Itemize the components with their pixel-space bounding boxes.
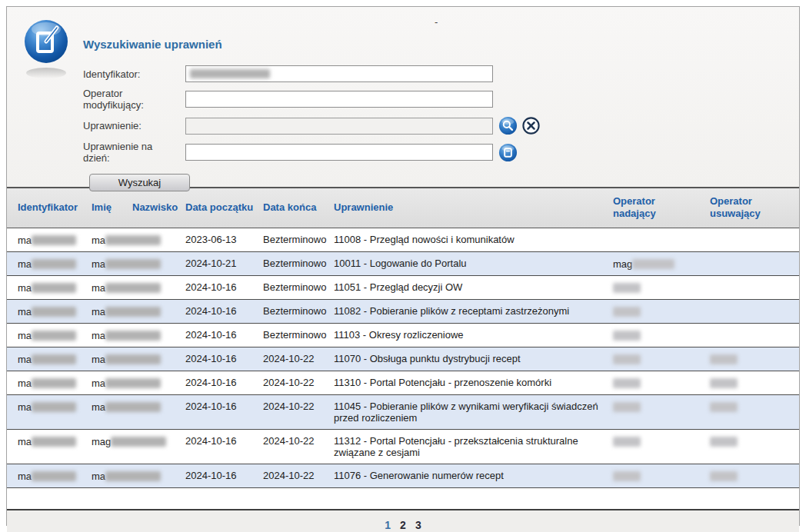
redacted-operator-nadajacy — [613, 283, 641, 293]
col-data-poczatku: Data początku — [185, 188, 263, 228]
col-operator-nadajacy: Operator nadający — [613, 188, 710, 228]
cell-data-poczatku: 2024-10-16 — [185, 394, 263, 429]
col-operator-usuwajacy: Operator usuwający — [710, 188, 799, 228]
table-row: mama2024-10-16Bezterminowo11051 - Przegl… — [7, 275, 799, 299]
operator-modyfikujacy-label: Operator modyfikujący: — [83, 88, 185, 111]
cell-data-poczatku: 2024-10-16 — [185, 371, 263, 394]
cell-data-poczatku: 2024-10-16 — [185, 429, 263, 464]
cell-data-konca: 2024-10-22 — [263, 371, 334, 394]
table-row: mama2024-10-16Bezterminowo11082 - Pobier… — [7, 299, 799, 323]
cell-operator-nadajacy — [613, 371, 710, 394]
cell-operator-nadajacy — [613, 228, 710, 251]
cell-imie-nazwisko: ma — [92, 394, 185, 429]
cell-data-poczatku: 2024-10-16 — [185, 275, 263, 299]
uprawnienie-input[interactable] — [185, 118, 493, 135]
cell-data-konca: Bezterminowo — [263, 299, 334, 323]
search-icon[interactable] — [498, 116, 518, 135]
table-row: mama2024-10-21Bezterminowo10011 - Logowa… — [7, 251, 799, 275]
cell-operator-usuwajacy — [710, 429, 799, 464]
cell-operator-nadajacy — [613, 275, 710, 299]
redacted-imie-nazwisko — [105, 283, 161, 293]
cell-operator-nadajacy — [613, 347, 710, 371]
redacted-imie-nazwisko — [105, 235, 161, 245]
col-imie: Imię — [92, 188, 132, 228]
col-data-konca: Data końca — [263, 188, 334, 228]
cell-operator-usuwajacy — [710, 347, 799, 371]
search-form-section: - — [7, 7, 799, 187]
cell-data-poczatku: 2024-10-16 — [185, 323, 263, 347]
cell-data-poczatku: 2023-06-13 — [185, 228, 263, 251]
cell-operator-usuwajacy — [710, 394, 799, 429]
redacted-operator-usuwajacy — [710, 354, 738, 364]
cell-imie-nazwisko: ma — [92, 299, 185, 323]
redacted-identyfikator — [32, 331, 76, 341]
redacted-operator-usuwajacy — [710, 471, 738, 481]
table-row: mama2024-10-162024-10-2211045 - Pobieran… — [7, 394, 799, 429]
cell-identyfikator: ma — [7, 371, 92, 394]
cell-imie-nazwisko: mag — [92, 429, 185, 464]
clear-icon[interactable] — [521, 116, 541, 135]
cell-data-konca: Bezterminowo — [263, 275, 334, 299]
cell-uprawnienie: 11045 - Pobieranie plików z wynikami wer… — [334, 394, 613, 429]
cell-uprawnienie: 11310 - Portal Potencjału - przenoszenie… — [334, 371, 613, 394]
page-title: Wyszukiwanie uprawnień — [83, 38, 222, 51]
redacted-imie-nazwisko — [105, 259, 161, 269]
cell-data-poczatku: 2024-10-16 — [185, 464, 263, 487]
cell-uprawnienie: 11008 - Przegląd nowości i komunikatów — [334, 228, 613, 251]
cell-identyfikator: ma — [7, 275, 92, 299]
cell-uprawnienie: 11070 - Obsługa punktu dystrybucji recep… — [334, 347, 613, 371]
table-row: mamag2024-10-162024-10-2211312 - Portal … — [7, 429, 799, 464]
col-nazwisko: Nazwisko — [132, 188, 185, 228]
cell-uprawnienie: 11082 - Pobieranie plików z receptami za… — [334, 299, 613, 323]
table-row: mama2023-06-13Bezterminowo11008 - Przegl… — [7, 228, 799, 251]
permissions-table: Identyfikator Imię Nazwisko Data początk… — [7, 187, 799, 488]
cell-data-konca: Bezterminowo — [263, 228, 334, 251]
cell-operator-usuwajacy — [710, 299, 799, 323]
redacted-imie-nazwisko — [105, 331, 161, 341]
cell-imie-nazwisko: ma — [92, 228, 185, 251]
cell-uprawnienie: 10011 - Logowanie do Portalu — [334, 251, 613, 275]
cell-imie-nazwisko: ma — [92, 464, 185, 487]
redacted-operator-nadajacy — [613, 331, 641, 341]
page-link-3[interactable]: 3 — [415, 519, 421, 531]
table-row: mama2024-10-16Bezterminowo11103 - Okresy… — [7, 323, 799, 347]
cell-imie-nazwisko: ma — [92, 347, 185, 371]
table-body: mama2023-06-13Bezterminowo11008 - Przegl… — [7, 228, 799, 488]
cell-operator-nadajacy — [613, 323, 710, 347]
operator-modyfikujacy-input[interactable] — [185, 91, 493, 108]
table-gap — [7, 488, 799, 509]
cell-operator-usuwajacy — [710, 228, 799, 251]
search-button[interactable]: Wyszukaj — [89, 174, 190, 191]
cell-imie-nazwisko: ma — [92, 251, 185, 275]
cell-operator-nadajacy: mag — [613, 251, 710, 275]
table-row: mama2024-10-162024-10-2211310 - Portal P… — [7, 371, 799, 394]
cell-uprawnienie: 11312 - Portal Potencjału - przekształce… — [334, 429, 613, 464]
uprawnienie-na-dzien-input[interactable] — [185, 144, 493, 161]
cell-imie-nazwisko: ma — [92, 275, 185, 299]
cell-imie-nazwisko: ma — [92, 323, 185, 347]
redacted-identyfikator — [32, 354, 76, 364]
cell-operator-usuwajacy — [710, 464, 799, 487]
redacted-operator-nadajacy — [613, 437, 641, 447]
edit-document-icon — [22, 18, 72, 84]
cell-operator-nadajacy — [613, 429, 710, 464]
cell-operator-usuwajacy — [710, 251, 799, 275]
redacted-imie-nazwisko — [105, 354, 161, 364]
redacted-identyfikator-value — [190, 69, 270, 78]
redacted-identyfikator — [32, 307, 76, 317]
uprawnienie-label: Uprawnienie: — [83, 120, 185, 131]
page-link-1[interactable]: 1 — [385, 519, 391, 531]
uprawnienie-na-dzien-label: Uprawnienie na dzień: — [83, 141, 185, 164]
cell-operator-usuwajacy — [710, 371, 799, 394]
cell-operator-nadajacy — [613, 464, 710, 487]
cell-identyfikator: ma — [7, 299, 92, 323]
calendar-icon[interactable] — [498, 143, 518, 162]
cell-data-poczatku: 2024-10-16 — [185, 299, 263, 323]
cell-data-poczatku: 2024-10-16 — [185, 347, 263, 371]
table-header-row: Identyfikator Imię Nazwisko Data początk… — [7, 188, 799, 228]
cell-identyfikator: ma — [7, 347, 92, 371]
cell-data-poczatku: 2024-10-21 — [185, 251, 263, 275]
page-link-2[interactable]: 2 — [400, 519, 406, 531]
redacted-operator-nadajacy — [613, 378, 641, 388]
redacted-operator-nadajacy — [613, 402, 641, 412]
